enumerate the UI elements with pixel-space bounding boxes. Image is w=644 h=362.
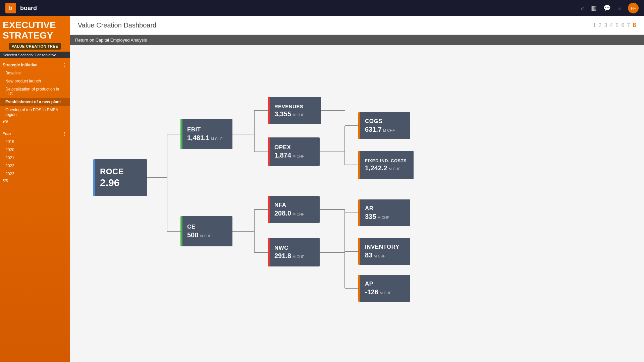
sidebar-divider bbox=[3, 127, 67, 127]
strategic-initiative-section: Strategic Initiative ⋮ Baseline New prod… bbox=[0, 61, 70, 125]
ar-title: AR bbox=[365, 205, 374, 212]
nav-icons: ⌂ ▦ 💬 ≡ FF bbox=[581, 3, 639, 13]
page-1[interactable]: 1 bbox=[593, 22, 596, 28]
revenues-title: REVENUES bbox=[274, 104, 304, 110]
strategic-initiative-menu-icon[interactable]: ⋮ bbox=[62, 62, 67, 68]
fixed-ind-costs-title: FIXED IND. COSTS bbox=[365, 158, 407, 164]
fixed-ind-costs-unit: M CHF bbox=[389, 167, 400, 171]
sidebar-item-opening[interactable]: Opening of ten POS in EMEA region bbox=[0, 106, 70, 119]
sidebar-item-new-product[interactable]: New product launch bbox=[0, 77, 70, 85]
sidebar-item-2023[interactable]: 2023 bbox=[0, 170, 70, 178]
fixed-ind-costs-value-row: 1,242.2 M CHF bbox=[365, 164, 400, 172]
content-area: Value Creation Dashboard 1 2 3 4 5 6 7 8… bbox=[70, 16, 644, 362]
tree-container: ROCE 2.96 EBIT 1,481.1 M CHF CE bbox=[76, 52, 637, 355]
ap-title: AP bbox=[365, 281, 373, 287]
sidebar-item-2021[interactable]: 2021 bbox=[0, 154, 70, 162]
fixed-ind-costs-value: 1,242.2 bbox=[365, 164, 387, 172]
ap-value: -126 bbox=[365, 288, 378, 296]
sidebar-item-2022[interactable]: 2022 bbox=[0, 162, 70, 170]
node-fixed-ind-costs: FIXED IND. COSTS 1,242.2 M CHF bbox=[358, 151, 414, 179]
year-header: Year ⋮ bbox=[0, 130, 70, 138]
nfa-title: NFA bbox=[274, 202, 286, 208]
home-icon[interactable]: ⌂ bbox=[581, 5, 585, 12]
page-5[interactable]: 5 bbox=[615, 22, 619, 28]
chart-area: ROCE 2.96 EBIT 1,481.1 M CHF CE bbox=[70, 45, 644, 362]
year-section: Year ⋮ 2019 2020 2021 2022 2023 5/5 bbox=[0, 130, 70, 185]
grid-icon[interactable]: ▦ bbox=[591, 4, 597, 12]
dashboard-title: Value Creation Dashboard bbox=[78, 21, 156, 29]
year-count: 5/5 bbox=[0, 178, 70, 185]
roce-title: ROCE bbox=[100, 167, 124, 177]
chat-icon[interactable]: 💬 bbox=[603, 4, 611, 12]
executive-text-1: EXECUTIVE bbox=[3, 20, 67, 31]
ebit-unit: M CHF bbox=[211, 137, 223, 141]
ar-unit: M CHF bbox=[377, 216, 389, 220]
opex-value: 1,874 bbox=[274, 152, 291, 159]
sidebar-item-establishment[interactable]: Establishment of a new plant bbox=[0, 98, 70, 106]
ce-unit: M CHF bbox=[200, 234, 211, 238]
ar-value-row: 335 M CHF bbox=[365, 213, 389, 221]
selected-scenario: Selected Scenario: Conservative bbox=[0, 52, 70, 58]
ce-title: CE bbox=[187, 224, 196, 230]
dashboard-header: Value Creation Dashboard 1 2 3 4 5 6 7 8 bbox=[70, 16, 644, 35]
sidebar-item-delocalization[interactable]: Delocalization of production in LLC bbox=[0, 85, 70, 98]
inventory-title: INVENTORY bbox=[365, 244, 399, 250]
page-6[interactable]: 6 bbox=[621, 22, 624, 28]
ebit-title: EBIT bbox=[187, 126, 201, 133]
ce-value: 500 bbox=[187, 231, 198, 239]
nfa-unit: M CHF bbox=[292, 212, 304, 216]
revenues-value-row: 3,355 M CHF bbox=[274, 110, 304, 118]
year-title: Year bbox=[3, 131, 11, 136]
sidebar-executive: EXECUTIVE STRATEGY bbox=[0, 16, 70, 41]
section-bar: Return on Capital Employed Analysis bbox=[70, 35, 644, 45]
ce-value-row: 500 M CHF bbox=[187, 231, 211, 239]
ebit-value-row: 1,481.1 M CHF bbox=[187, 134, 223, 142]
top-nav: b board ⌂ ▦ 💬 ≡ FF bbox=[0, 0, 644, 16]
nwc-value-row: 291.8 M CHF bbox=[274, 252, 304, 260]
revenues-value: 3,355 bbox=[274, 110, 291, 118]
nwc-unit: M CHF bbox=[292, 255, 304, 259]
ap-unit: M CHF bbox=[380, 291, 391, 295]
node-cogs: COGS 631.7 M CHF bbox=[358, 112, 410, 139]
sidebar-item-baseline[interactable]: Baseline bbox=[0, 69, 70, 77]
node-ap: AP -126 M CHF bbox=[358, 275, 410, 302]
menu-icon[interactable]: ≡ bbox=[618, 5, 621, 12]
sidebar: EXECUTIVE STRATEGY VALUE CREATION TREE S… bbox=[0, 16, 70, 362]
opex-value-row: 1,874 M CHF bbox=[274, 152, 304, 159]
avatar[interactable]: FF bbox=[628, 3, 639, 13]
strategic-initiative-count: 9/9 bbox=[0, 119, 70, 125]
value-creation-btn[interactable]: VALUE CREATION TREE bbox=[9, 43, 61, 50]
strategic-initiative-header: Strategic Initiative ⋮ bbox=[0, 61, 70, 69]
page-8[interactable]: 8 bbox=[633, 22, 636, 29]
node-ar: AR 335 M CHF bbox=[358, 199, 410, 226]
year-menu-icon[interactable]: ⋮ bbox=[62, 131, 67, 136]
inventory-value-row: 83 M CHF bbox=[365, 251, 385, 259]
logo-box[interactable]: b bbox=[5, 3, 16, 13]
page-7[interactable]: 7 bbox=[627, 22, 630, 28]
node-opex: OPEX 1,874 M CHF bbox=[268, 137, 320, 166]
page-2[interactable]: 2 bbox=[599, 22, 602, 28]
opex-title: OPEX bbox=[274, 144, 291, 151]
page-4[interactable]: 4 bbox=[610, 22, 613, 28]
node-inventory: INVENTORY 83 M CHF bbox=[358, 238, 410, 265]
sidebar-header: EXECUTIVE STRATEGY VALUE CREATION TREE S… bbox=[0, 16, 70, 60]
sidebar-item-2019[interactable]: 2019 bbox=[0, 138, 70, 146]
executive-text-2: STRATEGY bbox=[3, 31, 67, 41]
nwc-value: 291.8 bbox=[274, 252, 291, 260]
revenues-unit: M CHF bbox=[292, 113, 304, 117]
roce-value-row: 2.96 bbox=[100, 177, 119, 188]
page-3[interactable]: 3 bbox=[604, 22, 607, 28]
sidebar-item-2020[interactable]: 2020 bbox=[0, 146, 70, 154]
page-numbers: 1 2 3 4 5 6 7 8 bbox=[593, 22, 636, 29]
node-nwc: NWC 291.8 M CHF bbox=[268, 238, 320, 266]
node-revenues: REVENUES 3,355 M CHF bbox=[268, 97, 321, 124]
nfa-value: 208.0 bbox=[274, 209, 291, 217]
cogs-value: 631.7 bbox=[365, 126, 382, 133]
nav-title: board bbox=[20, 5, 37, 12]
ap-value-row: -126 M CHF bbox=[365, 288, 391, 296]
main-layout: EXECUTIVE STRATEGY VALUE CREATION TREE S… bbox=[0, 16, 644, 362]
strategic-initiative-title: Strategic Initiative bbox=[3, 63, 37, 67]
nwc-title: NWC bbox=[274, 245, 288, 251]
node-nfa: NFA 208.0 M CHF bbox=[268, 196, 320, 223]
connector-svg bbox=[76, 52, 637, 355]
